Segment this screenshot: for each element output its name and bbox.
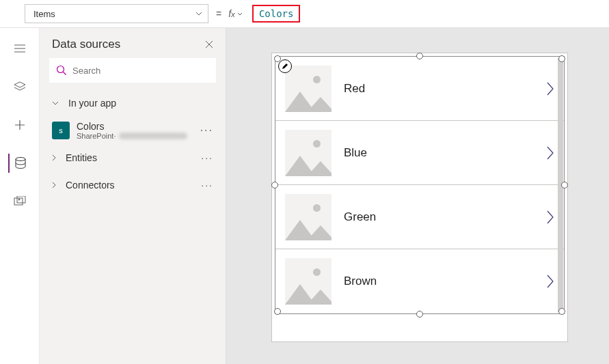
gallery-control[interactable]: Red Blue Green — [275, 56, 565, 314]
chevron-right-icon[interactable] — [546, 210, 554, 225]
chevron-right-icon[interactable] — [546, 274, 554, 289]
data-button[interactable] — [8, 154, 30, 173]
svg-point-3 — [57, 66, 64, 73]
image-placeholder — [285, 194, 331, 240]
chevron-right-icon[interactable] — [546, 145, 554, 160]
section-label: Connectors — [66, 180, 115, 191]
gallery-row[interactable]: Blue — [275, 121, 564, 185]
section-entities[interactable]: Entities ··· — [40, 144, 226, 171]
section-label: Entities — [66, 152, 97, 163]
pencil-icon — [282, 63, 288, 70]
redacted-text — [119, 132, 187, 139]
item-title: Green — [344, 210, 546, 224]
database-icon — [15, 157, 26, 169]
property-name: Items — [33, 9, 55, 19]
panel-title: Data sources — [52, 38, 120, 51]
formula-bar: Items = fx Colors — [0, 0, 609, 28]
section-label: In your app — [68, 98, 116, 109]
close-icon — [205, 40, 213, 48]
more-options-button[interactable]: ··· — [201, 152, 213, 163]
tree-view-button[interactable] — [9, 39, 31, 58]
equals-sign: = — [216, 8, 221, 19]
formula-highlight: Colors — [252, 5, 301, 23]
search-icon — [56, 65, 67, 76]
more-options-button[interactable]: ··· — [201, 180, 213, 191]
gallery-row[interactable]: Brown — [275, 249, 564, 313]
datasource-item[interactable]: s Colors SharePoint · ··· — [40, 117, 226, 144]
section-in-your-app[interactable]: In your app — [40, 89, 226, 117]
hamburger-icon — [14, 44, 25, 53]
chevron-down-icon — [237, 12, 243, 16]
image-placeholder — [285, 66, 331, 112]
gallery-scrollbar[interactable] — [558, 58, 563, 312]
more-options-button[interactable]: ··· — [200, 124, 213, 137]
section-connectors[interactable]: Connectors ··· — [40, 171, 226, 199]
chevron-down-icon — [52, 101, 59, 105]
panel-close-button[interactable] — [205, 40, 213, 48]
gallery-row[interactable]: Green — [275, 185, 564, 249]
chevron-right-icon — [52, 154, 56, 161]
screen-canvas[interactable]: Red Blue Green — [271, 53, 568, 342]
fx-label: fx — [228, 8, 235, 19]
left-rail — [0, 28, 40, 364]
datasource-connector: SharePoint · — [77, 132, 187, 140]
canvas-area[interactable]: Red Blue Green — [226, 28, 609, 364]
media-button[interactable] — [9, 192, 31, 211]
sharepoint-icon: s — [52, 122, 70, 139]
edit-template-button[interactable] — [278, 59, 292, 73]
chevron-down-icon — [195, 12, 202, 16]
plus-icon — [15, 120, 25, 130]
image-placeholder — [285, 258, 331, 305]
image-placeholder — [285, 130, 331, 176]
add-button[interactable] — [9, 115, 31, 135]
search-box[interactable] — [49, 58, 216, 83]
datasource-name: Colors — [77, 121, 187, 132]
fx-button[interactable]: fx — [228, 8, 243, 19]
item-title: Red — [344, 82, 546, 96]
chevron-right-icon — [52, 182, 56, 188]
insert-button[interactable] — [9, 77, 31, 96]
property-dropdown[interactable]: Items — [25, 4, 208, 23]
svg-rect-2 — [17, 196, 25, 203]
gallery-row[interactable]: Red — [275, 57, 564, 121]
chevron-right-icon[interactable] — [546, 81, 554, 96]
layers-icon — [14, 81, 26, 92]
item-title: Blue — [344, 146, 546, 160]
data-sources-panel: Data sources In your app s Colors ShareP… — [40, 28, 226, 364]
item-title: Brown — [344, 275, 546, 288]
search-input[interactable] — [72, 66, 209, 76]
formula-input[interactable]: Colors — [259, 8, 294, 19]
media-icon — [14, 196, 26, 207]
svg-point-0 — [16, 158, 25, 161]
